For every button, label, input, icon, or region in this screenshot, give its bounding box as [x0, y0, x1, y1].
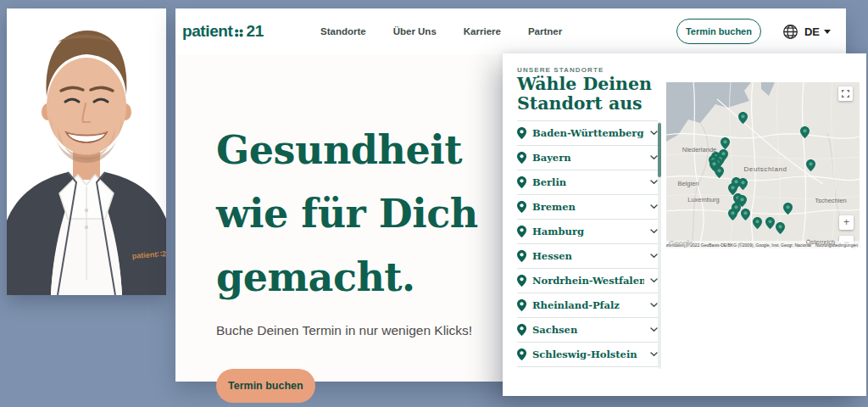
location-pin-icon [517, 299, 526, 311]
site-header: patient 21 StandorteÜber UnsKarrierePart… [175, 8, 846, 54]
state-list: Baden-WürttembergBayernBerlinBremenHambu… [517, 120, 658, 367]
hero-section: Gesundheitwie für Dichgemacht. Buche Dei… [216, 119, 478, 403]
language-selector[interactable]: DE [804, 25, 831, 38]
state-row-hessen[interactable]: Hessen [517, 244, 658, 269]
location-pin-icon [517, 250, 526, 262]
logo-word: patient [182, 22, 232, 41]
map-attribution: Kurzbefehle Kartendaten © 2022 GeoBasis-… [666, 241, 860, 248]
hero-termin-buchen-button[interactable]: Termin buchen [216, 369, 315, 403]
location-pin-icon [517, 201, 526, 213]
map-pin[interactable] [800, 126, 810, 138]
language-code: DE [804, 25, 820, 38]
hero-subtitle: Buche Deinen Termin in nur wenigen Klick… [216, 323, 478, 338]
state-label: Schleswig-Holstein [532, 348, 644, 360]
chevron-down-icon [650, 155, 658, 160]
location-pin-icon [517, 348, 526, 360]
location-pin-icon [517, 127, 526, 139]
google-logo[interactable]: Google [669, 239, 693, 248]
state-label: Nordrhein-Westfalen [532, 275, 644, 287]
state-row-sachsen[interactable]: Sachsen [517, 318, 658, 343]
location-pin-icon [517, 226, 526, 237]
nav-item--ber-uns[interactable]: Über Uns [393, 26, 437, 36]
location-pin-icon [800, 126, 810, 138]
state-row-bremen[interactable]: Bremen [517, 195, 658, 220]
map-pin[interactable] [783, 203, 793, 215]
logo-dots-icon [234, 27, 245, 38]
hero-title-line: wie für Dich [216, 182, 478, 246]
zoom-in-button[interactable]: + [839, 215, 854, 230]
location-pin-icon [738, 112, 748, 124]
map-pin[interactable] [738, 178, 748, 190]
map-pin[interactable] [721, 137, 730, 149]
state-label: Sachsen [532, 324, 644, 336]
chevron-down-icon [650, 278, 658, 283]
location-pin-icon [806, 159, 815, 171]
locations-card: UNSERE STANDORTE Wähle Deinen Standort a… [503, 53, 866, 396]
portrait-photo: patient∷2 [7, 8, 166, 295]
hero-title-line: gemacht. [216, 246, 478, 309]
state-row-bayern[interactable]: Bayern [517, 146, 658, 170]
state-row-baden-w-rttemberg[interactable]: Baden-Württemberg [517, 121, 658, 146]
map-pin[interactable] [776, 222, 785, 234]
map-pin[interactable] [753, 217, 762, 229]
scrollbar-thumb[interactable] [658, 123, 661, 177]
locations-eyebrow: UNSERE STANDORTE [517, 66, 604, 74]
chevron-down-icon [650, 229, 658, 234]
nav-item-standorte[interactable]: Standorte [320, 26, 366, 36]
fullscreen-button[interactable] [838, 86, 853, 101]
chevron-down-icon [650, 254, 658, 259]
header-right: Termin buchen DE [676, 19, 831, 44]
page-background: { "colors":{ "background":"#7E92AF","bra… [0, 0, 868, 407]
state-row-schleswig-holstein[interactable]: Schleswig-Holstein [517, 343, 658, 367]
location-pin-icon [783, 203, 793, 215]
location-pin-icon [715, 166, 724, 178]
map-terms-link[interactable]: Nutzungsbedingungen [815, 243, 858, 248]
location-pin-icon [765, 217, 775, 229]
state-label: Hessen [532, 250, 644, 262]
map-canvas[interactable]: + − Kurzbefehle Kartendaten © 2022 GeoBa… [666, 82, 860, 248]
location-pin-icon [728, 209, 737, 220]
state-row-nordrhein-westfalen[interactable]: Nordrhein-Westfalen [517, 269, 658, 293]
fullscreen-icon [842, 90, 849, 98]
map-pin[interactable] [738, 112, 748, 124]
chevron-down-icon [824, 30, 831, 34]
logo-number: 21 [246, 22, 263, 41]
location-pin-icon [517, 275, 526, 287]
state-list-scrollbar[interactable] [658, 121, 661, 369]
location-pin-icon [738, 178, 748, 190]
nav-item-karriere[interactable]: Karriere [464, 26, 501, 36]
header-termin-buchen-button[interactable]: Termin buchen [676, 19, 761, 44]
state-label: Rheinland-Pfalz [532, 299, 644, 311]
location-pin-icon [517, 324, 526, 336]
chevron-down-icon [650, 131, 658, 136]
map-pin[interactable] [715, 166, 724, 178]
site-logo[interactable]: patient 21 [182, 22, 264, 41]
map-pin[interactable] [741, 209, 750, 220]
state-label: Baden-Württemberg [532, 127, 644, 139]
state-row-rheinland-pfalz[interactable]: Rheinland-Pfalz [517, 293, 658, 318]
map-pin[interactable] [728, 209, 737, 220]
globe-icon[interactable] [782, 24, 798, 40]
location-pin-icon [753, 217, 762, 229]
map-pin[interactable] [806, 159, 815, 171]
state-label: Bremen [532, 201, 644, 213]
state-row-berlin[interactable]: Berlin [517, 170, 658, 195]
hero-title: Gesundheitwie für Dichgemacht. [216, 119, 478, 309]
chevron-down-icon [650, 327, 658, 332]
location-pin-icon [741, 209, 750, 220]
state-label: Bayern [532, 152, 644, 164]
location-pin-icon [721, 137, 730, 149]
map-base [666, 82, 860, 248]
chevron-down-icon [650, 180, 658, 185]
chevron-down-icon [650, 303, 658, 308]
hero-title-line: Gesundheit [216, 119, 478, 182]
location-pin-icon [776, 222, 785, 234]
chevron-down-icon [650, 352, 658, 357]
locations-title: Wähle Deinen Standort aus [517, 75, 668, 114]
map-pin[interactable] [765, 217, 775, 229]
nav-item-partner[interactable]: Partner [528, 26, 562, 36]
state-row-hamburg[interactable]: Hamburg [517, 220, 658, 244]
location-pin-icon [517, 176, 526, 188]
portrait-illustration: patient∷2 [7, 8, 166, 295]
state-label: Hamburg [532, 226, 644, 237]
